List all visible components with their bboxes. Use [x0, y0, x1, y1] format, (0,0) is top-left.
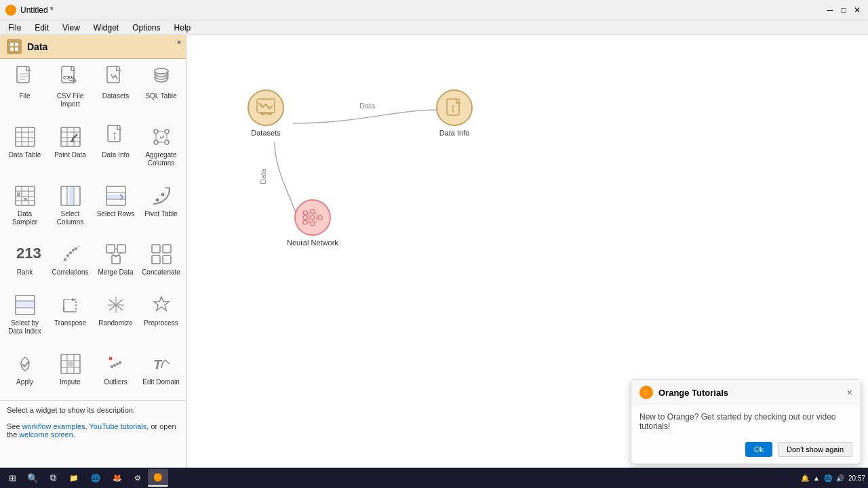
widget-csv-file-import[interactable]: CSV CSV File Import	[48, 62, 92, 119]
widget-merge-data[interactable]: Merge Data	[94, 238, 138, 287]
widget-data-table[interactable]: Data Table	[3, 121, 47, 178]
datasets-node[interactable]: Datasets	[248, 89, 284, 137]
randomize-widget-icon	[104, 293, 128, 317]
widget-edit-domain[interactable]: T Edit Domain	[139, 348, 183, 397]
menu-widget[interactable]: Widget	[88, 22, 124, 34]
notification-close-button[interactable]: ×	[847, 387, 852, 398]
taskbar-orange[interactable]: 🟠	[148, 469, 168, 487]
datainfo-node[interactable]: Data Info	[436, 89, 473, 137]
notification-dismiss-button[interactable]: Don't show again	[778, 442, 852, 457]
titlebar-left: 🟠 Untitled *	[5, 5, 54, 16]
svg-rect-19	[61, 127, 80, 146]
file-explorer-icon: 📁	[69, 474, 79, 483]
widget-select-rows[interactable]: Select Rows	[94, 180, 138, 237]
task-view-button[interactable]: ⧉	[43, 469, 62, 487]
selectcols-widget-label: Select Columns	[50, 210, 91, 226]
taskbar-settings[interactable]: ⚙	[129, 469, 146, 487]
correlations-widget-icon	[58, 242, 83, 266]
svg-rect-44	[17, 192, 20, 196]
widget-aggregate-columns[interactable]: Aggregate Columns	[139, 121, 183, 178]
notification-body: New to Orange? Get started by checking o…	[631, 405, 861, 438]
notification-title: 🟠 Orange Tutorials	[639, 386, 728, 399]
impute-widget-label: Impute	[60, 378, 81, 386]
widget-outliers[interactable]: Outliers	[94, 348, 138, 397]
orange-app-icon: 🟠	[153, 473, 163, 482]
menu-file[interactable]: File	[3, 22, 26, 34]
sidebar-header: Data ×	[0, 35, 186, 59]
svg-line-25	[72, 134, 77, 140]
widget-datasets[interactable]: Datasets	[94, 62, 138, 119]
taskbar-app1[interactable]: 🦊	[107, 469, 127, 487]
taskbar-sound-icon: 🔊	[836, 474, 844, 482]
svg-point-107	[311, 209, 315, 214]
concatenate-widget-label: Concatenate	[142, 268, 180, 277]
svg-text:Data: Data	[359, 102, 376, 110]
search-button[interactable]: 🔍	[23, 469, 42, 487]
svg-point-33	[165, 140, 169, 144]
svg-text:T: T	[153, 357, 163, 372]
taskbar-file-explorer[interactable]: 📁	[64, 469, 84, 487]
preprocess-widget-label: Preprocess	[144, 319, 178, 327]
svg-line-67	[111, 253, 116, 257]
widget-file[interactable]: File	[3, 62, 47, 119]
notification-ok-button[interactable]: Ok	[745, 442, 772, 457]
datasets-widget-label: Datasets	[102, 92, 129, 100]
taskbar-browser[interactable]: 🌐	[85, 469, 106, 487]
sampler-widget-label: Data Sampler	[4, 210, 45, 226]
preprocess-widget-icon	[149, 293, 174, 317]
description-panel: Select a widget to show its description.…	[0, 400, 186, 468]
youtube-tutorials-link[interactable]: YouTube tutorials	[89, 422, 146, 430]
titlebar: 🟠 Untitled * ─ □ ✕	[0, 0, 868, 20]
widget-data-sampler[interactable]: Data Sampler	[3, 180, 47, 237]
welcome-screen-link[interactable]: welcome screen	[19, 430, 73, 439]
svg-line-62	[62, 246, 79, 262]
widget-correlations[interactable]: Correlations	[48, 238, 92, 287]
widget-select-by-data-index[interactable]: Select by Data Index	[3, 289, 47, 346]
widget-select-columns[interactable]: Select Columns	[48, 180, 92, 237]
widget-rank[interactable]: 213 Rank	[3, 238, 47, 287]
datainfo-widget-icon	[104, 125, 128, 149]
workflow-examples-link[interactable]: workflow examples	[22, 422, 85, 430]
svg-line-118	[315, 211, 318, 218]
widget-transpose[interactable]: Transpose	[48, 289, 92, 346]
taskbar-right: 🔔 ▲ 🌐 🔊 20:57	[801, 474, 865, 482]
menu-options[interactable]: Options	[127, 22, 165, 34]
svg-point-55	[161, 192, 164, 196]
neural-network-node[interactable]: Neural Network	[287, 199, 338, 247]
selectrows-widget-icon	[104, 184, 128, 208]
settings-icon: ⚙	[134, 474, 141, 483]
mergedata-widget-label: Merge Data	[98, 268, 133, 277]
widgets-grid: File CSV CSV File Import	[0, 59, 186, 400]
widget-pivot-table[interactable]: Pivot Table	[139, 180, 183, 237]
widget-concatenate[interactable]: Concatenate	[139, 238, 183, 287]
apply-widget-icon	[13, 352, 37, 376]
svg-rect-63	[106, 245, 115, 253]
widget-data-info[interactable]: Data Info	[94, 121, 138, 178]
close-button[interactable]: ✕	[852, 5, 863, 16]
svg-rect-0	[10, 43, 14, 46]
svg-line-94	[165, 360, 170, 364]
widget-apply[interactable]: Apply	[3, 348, 47, 397]
start-button[interactable]: ⊞	[3, 469, 22, 487]
outliers-widget-icon	[104, 352, 128, 376]
csv-widget-label: CSV File Import	[50, 92, 91, 108]
window-controls[interactable]: ─ □ ✕	[825, 5, 863, 16]
selectindex-widget-label: Select by Data Index	[4, 319, 45, 336]
widget-impute[interactable]: Impute	[48, 348, 92, 397]
widget-preprocess[interactable]: Preprocess	[139, 289, 183, 346]
maximize-button[interactable]: □	[838, 5, 849, 16]
svg-point-105	[303, 216, 307, 220]
widget-randomize[interactable]: Randomize	[94, 289, 138, 346]
widget-paint-data[interactable]: Paint Data	[48, 121, 92, 178]
widget-sql-table[interactable]: SQL Table	[139, 62, 183, 119]
svg-point-28	[113, 132, 115, 134]
svg-line-68	[116, 253, 121, 257]
mergedata-widget-icon	[104, 242, 128, 266]
datasets-node-label: Datasets	[251, 129, 280, 137]
menu-help[interactable]: Help	[169, 22, 197, 34]
notification-header: 🟠 Orange Tutorials ×	[631, 380, 861, 405]
menu-view[interactable]: View	[57, 22, 85, 34]
minimize-button[interactable]: ─	[825, 5, 835, 16]
sidebar-close-button[interactable]: ×	[174, 37, 184, 47]
menu-edit[interactable]: Edit	[29, 22, 54, 34]
